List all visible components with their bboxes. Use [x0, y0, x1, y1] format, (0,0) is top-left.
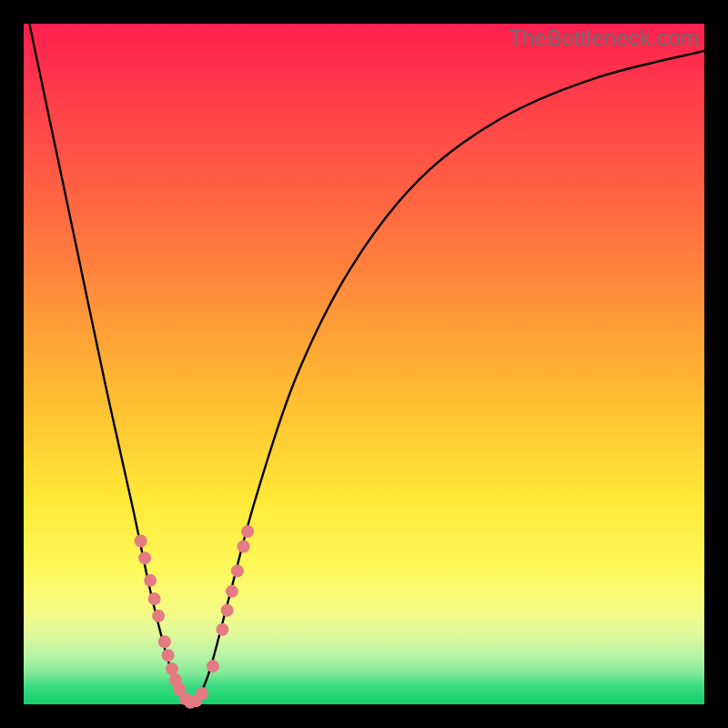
curve-path — [24, 0, 704, 704]
marker-dot — [152, 610, 165, 622]
chart-svg — [24, 24, 704, 704]
marker-dot — [216, 623, 228, 636]
marker-dot — [221, 604, 234, 617]
marker-dot — [226, 585, 238, 598]
marker-dot — [166, 662, 178, 675]
bottleneck-curve — [24, 0, 704, 704]
marker-dot — [207, 660, 219, 672]
marker-dot — [138, 551, 151, 564]
marker-dot — [162, 649, 175, 662]
marker-dot — [196, 687, 208, 700]
marker-dot — [144, 574, 157, 587]
marker-layer — [135, 525, 254, 709]
marker-dot — [238, 540, 250, 552]
marker-dot — [148, 592, 161, 605]
marker-dot — [158, 635, 171, 648]
marker-dot — [241, 525, 254, 538]
marker-dot — [135, 534, 147, 547]
watermark-label: TheBottleneck.com — [509, 25, 699, 51]
chart-frame: TheBottleneck.com — [24, 24, 704, 704]
marker-dot — [231, 564, 244, 577]
